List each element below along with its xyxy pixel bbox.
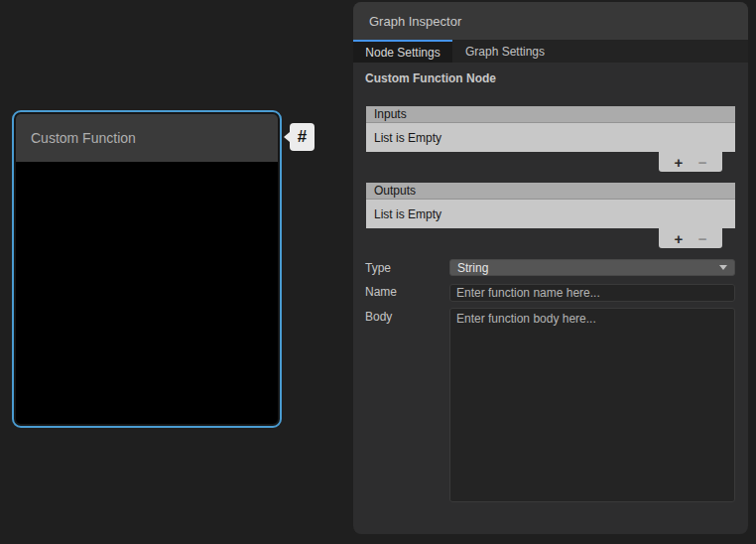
- inputs-empty-row: List is Empty: [366, 123, 735, 152]
- graph-inspector-panel: Graph Inspector Node Settings Graph Sett…: [353, 2, 748, 534]
- node-inner: Custom Function: [16, 114, 278, 424]
- outputs-empty-label: List is Empty: [374, 207, 441, 221]
- tab-node-settings-label: Node Settings: [365, 46, 440, 60]
- outputs-list-footer: + −: [366, 228, 735, 248]
- badge-tail-icon: [284, 132, 290, 142]
- section-title: Custom Function Node: [365, 71, 736, 85]
- type-dropdown-value: String: [457, 261, 488, 275]
- node-title: Custom Function: [31, 130, 136, 146]
- panel-title-bar[interactable]: Graph Inspector: [353, 2, 748, 40]
- inputs-remove-button[interactable]: −: [698, 155, 707, 170]
- name-label: Name: [365, 283, 449, 299]
- function-body-textarea[interactable]: [449, 308, 735, 502]
- panel-title: Graph Inspector: [369, 14, 461, 29]
- inputs-empty-label: List is Empty: [374, 131, 441, 145]
- inputs-footer-buttons: + −: [659, 152, 722, 172]
- graph-editor-screen: Custom Function # Graph Inspector Node S…: [0, 0, 756, 544]
- inputs-add-button[interactable]: +: [674, 155, 683, 170]
- outputs-remove-button[interactable]: −: [698, 231, 707, 246]
- type-label: Type: [365, 259, 449, 275]
- node-preview-body: [16, 162, 278, 424]
- hash-icon: #: [298, 127, 307, 147]
- tab-node-settings[interactable]: Node Settings: [353, 40, 452, 63]
- outputs-list-header: Outputs: [366, 183, 735, 200]
- type-dropdown[interactable]: String: [449, 259, 735, 276]
- body-field-row: Body: [365, 308, 735, 506]
- inputs-header-label: Inputs: [374, 107, 407, 121]
- chevron-down-icon: [719, 265, 727, 270]
- tab-graph-settings-label: Graph Settings: [465, 45, 545, 59]
- outputs-list: Outputs List is Empty + −: [366, 183, 735, 248]
- outputs-header-label: Outputs: [374, 184, 416, 198]
- inputs-list-header: Inputs: [366, 106, 735, 123]
- inputs-list: Inputs List is Empty + −: [366, 106, 735, 172]
- outputs-empty-row: List is Empty: [366, 200, 735, 228]
- node-header[interactable]: Custom Function: [16, 114, 278, 162]
- outputs-add-button[interactable]: +: [674, 231, 683, 246]
- body-label: Body: [365, 308, 449, 324]
- function-name-input[interactable]: [449, 284, 735, 302]
- inputs-list-footer: + −: [366, 152, 735, 172]
- node-hash-badge[interactable]: #: [290, 123, 315, 151]
- inspector-tab-bar: Node Settings Graph Settings: [353, 40, 748, 63]
- type-field-row: Type String: [365, 259, 735, 276]
- custom-function-node[interactable]: Custom Function: [12, 110, 282, 428]
- tab-graph-settings[interactable]: Graph Settings: [452, 40, 558, 63]
- name-field-row: Name: [365, 283, 735, 302]
- outputs-footer-buttons: + −: [659, 228, 722, 248]
